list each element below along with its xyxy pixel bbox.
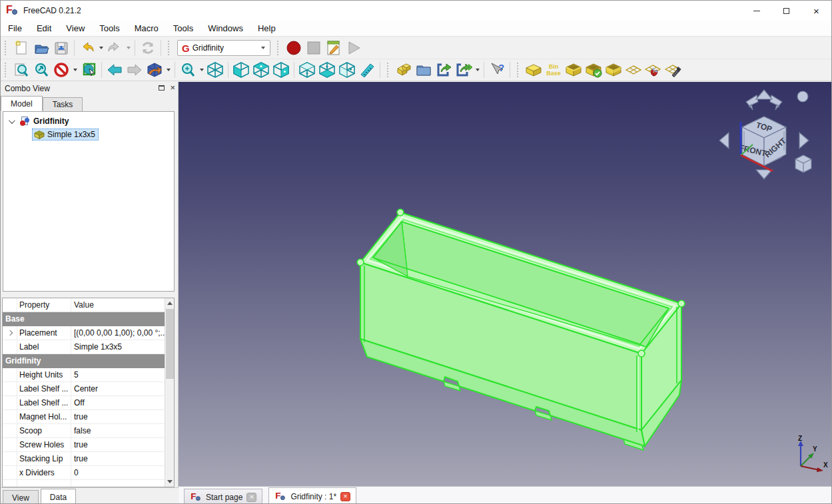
property-row[interactable]: Stacking Liptrue — [3, 452, 165, 466]
tree-item-selected[interactable]: Simple 1x3x5 — [32, 128, 99, 140]
tab-gridfinity-document[interactable]: F Gridfinity : 1* × — [268, 487, 356, 504]
simple-storage-bin-button[interactable] — [564, 61, 584, 79]
property-value[interactable]: false — [71, 424, 165, 437]
group-gridfinity[interactable]: Gridfinity — [3, 354, 165, 368]
toolbar-grip[interactable] — [168, 41, 172, 55]
nav-forward-button[interactable] — [125, 61, 145, 79]
undo-button[interactable] — [77, 39, 97, 57]
redo-dropdown[interactable] — [125, 39, 132, 57]
property-row[interactable]: Label Shelf ...Center — [3, 382, 165, 396]
tab-model[interactable]: Model — [1, 96, 43, 111]
new-document-button[interactable] — [11, 39, 31, 57]
group-base[interactable]: Base — [3, 312, 165, 326]
close-button[interactable]: × — [801, 1, 831, 21]
macro-record-button[interactable] — [284, 39, 304, 57]
redo-button[interactable] — [105, 39, 125, 57]
property-value[interactable]: 5 — [71, 368, 165, 381]
macro-stop-button[interactable] — [304, 39, 324, 57]
toolbar-grip[interactable] — [517, 63, 521, 77]
tab-start-page[interactable]: F Start page × — [184, 489, 262, 504]
menu-edit[interactable]: Edit — [29, 21, 59, 36]
menu-tools[interactable]: Tools — [92, 21, 127, 36]
scroll-up-icon[interactable] — [165, 298, 175, 308]
save-button[interactable] — [51, 39, 71, 57]
set-view-button[interactable] — [145, 61, 165, 79]
property-scrollbar[interactable] — [165, 298, 174, 487]
toolbar-grip[interactable] — [277, 41, 281, 55]
bin-blank-button[interactable] — [524, 61, 544, 79]
menu-windows[interactable]: Windows — [201, 21, 250, 36]
menu-macro[interactable]: Macro — [127, 21, 166, 36]
close-panel-icon[interactable]: × — [170, 83, 175, 92]
refresh-button[interactable] — [138, 39, 158, 57]
nav-back-button[interactable] — [105, 61, 125, 79]
macro-edit-button[interactable] — [324, 39, 344, 57]
whats-this-button[interactable]: ? — [487, 61, 507, 79]
storage-bin-button[interactable] — [604, 61, 624, 79]
menu-view[interactable]: View — [59, 21, 92, 36]
property-row[interactable]: Label Shelf ...Off — [3, 396, 165, 410]
minimize-button[interactable] — [741, 1, 771, 21]
create-group-button[interactable] — [414, 61, 434, 79]
scrollbar-thumb[interactable] — [166, 309, 174, 379]
property-row[interactable]: x Dividers0 — [3, 466, 165, 480]
bottom-view-button[interactable] — [317, 61, 337, 79]
property-row-clipped[interactable] — [3, 480, 165, 487]
property-row[interactable]: Height Units5 — [3, 368, 165, 382]
tab-data[interactable]: Data — [41, 489, 76, 504]
toolbar-grip[interactable] — [5, 63, 9, 77]
screw-baseplate-button[interactable] — [663, 61, 683, 79]
expand-icon[interactable] — [7, 330, 12, 336]
float-panel-icon[interactable] — [159, 85, 165, 91]
tab-tasks[interactable]: Tasks — [43, 97, 83, 111]
property-row[interactable]: LabelSimple 1x3x5 — [3, 340, 165, 354]
fit-all-button[interactable] — [11, 61, 31, 79]
left-view-button[interactable] — [337, 61, 357, 79]
property-value[interactable]: Center — [71, 382, 165, 395]
make-sub-link-button[interactable] — [454, 61, 474, 79]
fit-selection-button[interactable] — [31, 61, 51, 79]
toolbar-grip[interactable] — [5, 41, 9, 55]
undo-dropdown[interactable] — [97, 39, 105, 57]
measure-button[interactable] — [357, 61, 377, 79]
create-part-button[interactable] — [394, 61, 414, 79]
maximize-button[interactable] — [771, 1, 801, 21]
property-value[interactable]: true — [71, 438, 165, 451]
macro-play-button[interactable] — [344, 39, 364, 57]
draw-style-dropdown[interactable] — [71, 61, 79, 79]
tree-expander-icon[interactable] — [9, 117, 15, 124]
property-row[interactable]: Magnet Hol...true — [3, 410, 165, 424]
property-row[interactable]: Scoopfalse — [3, 424, 165, 438]
menu-file[interactable]: File — [1, 21, 29, 36]
tree-item-row[interactable]: Simple 1x3x5 — [3, 128, 174, 141]
workbench-selector[interactable]: G Gridfinity — [177, 40, 270, 56]
set-view-dropdown[interactable] — [165, 61, 172, 79]
property-row[interactable]: Placement [(0,00 0,00 1,00); 0,00 °;... — [3, 326, 165, 340]
baseplate-button[interactable] — [624, 61, 643, 79]
draw-style-button[interactable] — [51, 61, 71, 79]
property-value[interactable]: Off — [71, 396, 165, 409]
bin-base-button[interactable]: BinBase — [544, 61, 564, 79]
zoom-button[interactable] — [178, 61, 198, 79]
open-document-button[interactable] — [31, 39, 51, 57]
front-view-button[interactable] — [231, 61, 251, 79]
close-tab-icon[interactable]: × — [246, 493, 256, 502]
3d-viewport[interactable]: TOP FRONT RIGHT — [179, 82, 832, 486]
tree-root-label[interactable]: Gridfinity — [33, 117, 69, 126]
make-link-button[interactable] — [434, 61, 454, 79]
selection-bbox-button[interactable] — [79, 61, 99, 79]
eco-bin-button[interactable] — [584, 61, 604, 79]
menu-tools-2[interactable]: Tools — [166, 21, 201, 36]
scroll-down-icon[interactable] — [165, 477, 175, 487]
magnet-baseplate-button[interactable] — [643, 61, 663, 79]
property-value[interactable]: [(0,00 0,00 1,00); 0,00 °;... — [71, 326, 165, 340]
tab-view[interactable]: View — [3, 490, 39, 504]
toolbar-grip[interactable] — [387, 63, 391, 77]
rear-view-button[interactable] — [297, 61, 317, 79]
tree-root-row[interactable]: Gridfinity — [3, 115, 174, 128]
right-view-button[interactable] — [271, 61, 291, 79]
zoom-dropdown[interactable] — [198, 61, 205, 79]
property-value[interactable]: true — [71, 410, 165, 423]
make-link-dropdown[interactable] — [474, 61, 481, 79]
axonometric-view-button[interactable] — [205, 61, 225, 79]
